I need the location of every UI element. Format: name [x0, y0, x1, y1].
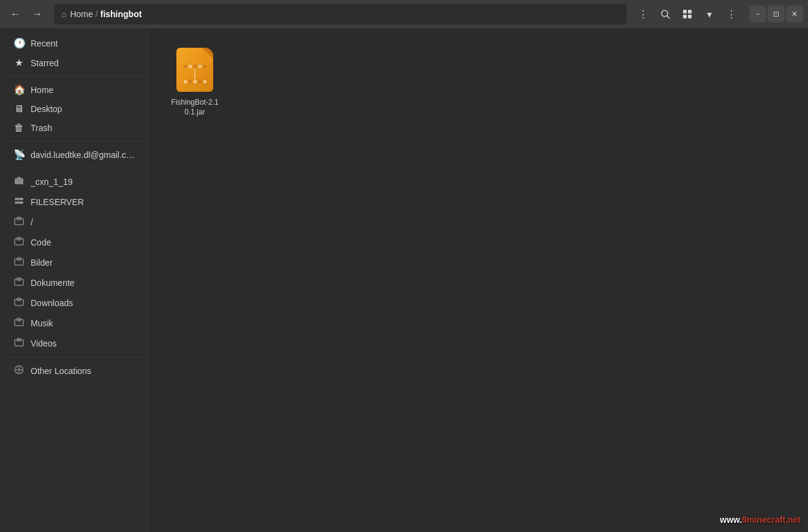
sidebar-label-starred: Starred	[31, 58, 59, 68]
watermark-www: www.	[720, 515, 742, 525]
sidebar-label-code: Code	[31, 238, 51, 247]
sidebar-item-trash[interactable]: 🗑 Trash	[4, 119, 148, 137]
breadcrumb-home[interactable]: Home	[70, 9, 93, 19]
sidebar-item-starred[interactable]: ★ Starred	[4, 53, 148, 72]
musik-icon	[13, 317, 25, 329]
main-container: 🕐 Recent ★ Starred 🏠 Home 🖥 Desktop 🗑 Tr…	[0, 28, 808, 532]
downloads-icon	[13, 297, 25, 309]
sidebar-label-fileserver: FILESERVER	[31, 197, 84, 207]
options-button[interactable]: ⋮	[721, 4, 742, 24]
trash-icon: 🗑	[13, 122, 25, 133]
svg-point-11	[21, 202, 23, 203]
bilder-icon	[13, 257, 25, 269]
jar-file-icon	[174, 45, 216, 94]
sidebar-label-recent: Recent	[31, 39, 58, 48]
sidebar-label-videos: Videos	[31, 339, 57, 348]
sidebar-divider-2	[6, 141, 145, 141]
minimize-button[interactable]: −	[749, 6, 766, 23]
sidebar-label-musik: Musik	[31, 318, 53, 328]
forward-button[interactable]: →	[27, 4, 48, 24]
home-sidebar-icon: 🏠	[13, 84, 25, 96]
view-arrow-button[interactable]: ▾	[699, 4, 720, 24]
sidebar-item-home[interactable]: 🏠 Home	[4, 80, 148, 99]
desktop-icon: 🖥	[13, 103, 25, 114]
sidebar-label-bilder: Bilder	[31, 258, 53, 268]
sidebar-item-dokumente[interactable]: Dokumente	[4, 273, 148, 293]
root-icon	[13, 216, 25, 228]
other-locations-icon	[13, 365, 25, 377]
sidebar-label-other-locations: Other Locations	[31, 366, 91, 376]
svg-line-1	[667, 16, 670, 18]
sidebar-item-videos[interactable]: Videos	[4, 334, 148, 353]
maximize-button[interactable]: ⊡	[768, 6, 785, 23]
titlebar: ← → ⌂ Home / fishingbot ⋮ ▾ ⋮ − ⊡	[0, 0, 808, 28]
back-button[interactable]: ←	[5, 4, 26, 24]
sidebar-label-desktop: Desktop	[31, 104, 62, 114]
code-folder-icon	[13, 236, 25, 249]
svg-rect-2	[683, 10, 687, 13]
email-icon: 📡	[13, 149, 25, 160]
sidebar-item-root[interactable]: /	[4, 212, 148, 232]
sidebar-item-email[interactable]: 📡 david.luedtke.dl@gmail.com	[4, 145, 148, 164]
sidebar-divider-1	[6, 76, 145, 77]
nav-buttons: ← →	[5, 4, 48, 24]
sidebar-label-email: david.luedtke.dl@gmail.com	[31, 150, 138, 160]
sidebar-item-code[interactable]: Code	[4, 233, 148, 252]
sidebar-item-musik[interactable]: Musik	[4, 313, 148, 333]
recent-icon: 🕐	[13, 37, 25, 49]
fileserver-icon	[13, 196, 25, 208]
sidebar-label-home: Home	[31, 85, 53, 95]
window-controls: − ⊡ ✕	[749, 6, 803, 23]
sidebar-item-downloads[interactable]: Downloads	[4, 293, 148, 313]
svg-rect-4	[683, 15, 687, 18]
videos-icon	[13, 337, 25, 350]
menu-button[interactable]: ⋮	[633, 4, 654, 24]
sidebar-item-desktop[interactable]: 🖥 Desktop	[4, 100, 148, 118]
cxn-icon	[13, 176, 25, 188]
sidebar-label-dokumente: Dokumente	[31, 278, 75, 288]
sidebar-label-cxn: _cxn_1_19	[31, 177, 73, 187]
svg-rect-5	[688, 15, 692, 18]
sidebar-item-recent[interactable]: 🕐 Recent	[4, 34, 148, 53]
view-toggle-button[interactable]	[677, 4, 698, 24]
file-name-jar: FishingBot-2.10.1.jar	[169, 98, 221, 117]
breadcrumb-current: fishingbot	[100, 9, 142, 19]
svg-point-10	[21, 198, 23, 200]
file-grid: FishingBot-2.10.1.jar	[164, 40, 796, 122]
sidebar: 🕐 Recent ★ Starred 🏠 Home 🖥 Desktop 🗑 Tr…	[0, 28, 152, 532]
titlebar-actions: ⋮ ▾ ⋮	[633, 4, 742, 24]
breadcrumb-separator: /	[96, 9, 98, 19]
search-button[interactable]	[655, 4, 676, 24]
file-item-jar[interactable]: FishingBot-2.10.1.jar	[164, 40, 225, 122]
watermark-site: 9minecraft.net	[742, 515, 801, 525]
watermark: www.9minecraft.net	[720, 515, 801, 525]
sidebar-label-trash: Trash	[31, 123, 52, 133]
sidebar-divider-4	[6, 357, 145, 358]
sidebar-item-cxn[interactable]: _cxn_1_19	[4, 172, 148, 192]
dokumente-icon	[13, 277, 25, 289]
close-button[interactable]: ✕	[786, 6, 803, 23]
svg-rect-7	[17, 177, 21, 179]
starred-icon: ★	[13, 57, 25, 69]
sidebar-label-root: /	[31, 217, 33, 227]
home-icon: ⌂	[61, 9, 66, 19]
file-area: FishingBot-2.10.1.jar www.9minecraft.net	[152, 28, 808, 532]
sidebar-label-downloads: Downloads	[31, 298, 73, 308]
svg-rect-3	[688, 10, 692, 13]
breadcrumb-bar: ⌂ Home / fishingbot	[54, 4, 627, 24]
sidebar-item-bilder[interactable]: Bilder	[4, 253, 148, 272]
sidebar-item-fileserver[interactable]: FILESERVER	[4, 192, 148, 212]
sidebar-item-other-locations[interactable]: Other Locations	[4, 361, 148, 381]
sidebar-divider-3	[6, 168, 145, 168]
